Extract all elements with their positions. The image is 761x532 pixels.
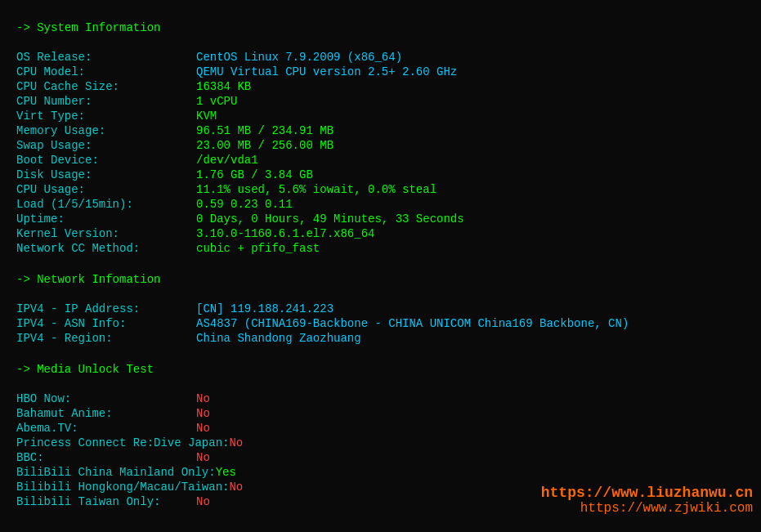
cpu-cache-label: CPU Cache Size:: [16, 80, 196, 93]
boot-device-label: Boot Device:: [16, 154, 196, 167]
system-section: -> System Information OS Release: CentOS…: [16, 21, 745, 255]
cpu-number-row: CPU Number: 1 vCPU: [16, 95, 745, 108]
network-cc-label: Network CC Method:: [16, 242, 196, 255]
load-value: 0.59 0.23 0.11: [196, 198, 293, 211]
uptime-value: 0 Days, 0 Hours, 49 Minutes, 33 Seconds: [196, 212, 464, 226]
kernel-row: Kernel Version: 3.10.0-1160.6.1.el7.x86_…: [16, 227, 745, 240]
cpu-usage-value: 11.1% used, 5.6% iowait, 0.0% steal: [196, 183, 436, 196]
bilibili-tw-value: No: [196, 495, 210, 508]
memory-usage-value: 96.51 MB / 234.91 MB: [196, 124, 333, 137]
cpu-number-value: 1 vCPU: [196, 95, 237, 108]
abema-value: No: [196, 422, 210, 435]
network-section: -> Network Infomation IPV4 - IP Address:…: [16, 273, 745, 345]
cpu-usage-label: CPU Usage:: [16, 183, 196, 196]
ipv4-asn-label: IPV4 - ASN Info:: [16, 317, 196, 330]
bbc-label: BBC:: [16, 451, 196, 464]
cpu-usage-row: CPU Usage: 11.1% used, 5.6% iowait, 0.0%…: [16, 183, 745, 196]
cpu-number-label: CPU Number:: [16, 95, 196, 108]
disk-usage-row: Disk Usage: 1.76 GB / 3.84 GB: [16, 168, 745, 181]
bahamut-row: Bahamut Anime: No: [16, 407, 745, 420]
watermark-line1: https://www.liuzhanwu.cn: [541, 485, 753, 501]
abema-label: Abema.TV:: [16, 422, 196, 435]
princess-value: No: [229, 436, 243, 449]
cpu-cache-value: 16384 KB: [196, 80, 251, 93]
bilibili-tw-label: Bilibili Taiwan Only:: [16, 495, 196, 508]
hbo-label: HBO Now:: [16, 392, 196, 405]
memory-usage-label: Memory Usage:: [16, 124, 196, 137]
cpu-cache-row: CPU Cache Size: 16384 KB: [16, 80, 745, 93]
swap-usage-label: Swap Usage:: [16, 139, 196, 152]
bbc-row: BBC: No: [16, 451, 745, 464]
abema-row: Abema.TV: No: [16, 422, 745, 435]
cpu-model-row: CPU Model: QEMU Virtual CPU version 2.5+…: [16, 65, 745, 78]
network-header: -> Network Infomation: [16, 273, 745, 286]
virt-type-row: Virt Type: KVM: [16, 110, 745, 123]
bilibili-hk-value: No: [229, 481, 243, 494]
ipv4-asn-value: AS4837 (CHINA169-Backbone - CHINA UNICOM…: [196, 317, 629, 330]
ipv4-asn-row: IPV4 - ASN Info: AS4837 (CHINA169-Backbo…: [16, 317, 745, 330]
bahamut-label: Bahamut Anime:: [16, 407, 196, 420]
swap-usage-row: Swap Usage: 23.00 MB / 256.00 MB: [16, 139, 745, 152]
watermark: https://www.liuzhanwu.cn https://www.zjw…: [541, 485, 753, 516]
ipv4-region-label: IPV4 - Region:: [16, 332, 196, 345]
virt-type-label: Virt Type:: [16, 110, 196, 123]
princess-label: Princess Connect Re:Dive Japan:: [16, 436, 229, 449]
ipv4-region-row: IPV4 - Region: China Shandong Zaozhuang: [16, 332, 745, 345]
load-label: Load (1/5/15min):: [16, 198, 196, 211]
network-cc-value: cubic + pfifo_fast: [196, 242, 320, 255]
disk-usage-value: 1.76 GB / 3.84 GB: [196, 168, 313, 181]
cpu-model-value: QEMU Virtual CPU version 2.5+ 2.60 GHz: [196, 65, 457, 78]
load-row: Load (1/5/15min): 0.59 0.23 0.11: [16, 198, 745, 211]
bilibili-cn-row: BiliBili China Mainland Only: Yes: [16, 466, 745, 479]
os-release-label: OS Release:: [16, 51, 196, 64]
hbo-row: HBO Now: No: [16, 392, 745, 405]
boot-device-row: Boot Device: /dev/vda1: [16, 154, 745, 167]
disk-usage-label: Disk Usage:: [16, 168, 196, 181]
ipv4-region-value: China Shandong Zaozhuang: [196, 332, 361, 345]
princess-row: Princess Connect Re:Dive Japan: No: [16, 436, 745, 449]
bbc-value: No: [196, 451, 210, 464]
system-header: -> System Information: [16, 21, 745, 34]
bilibili-cn-label: BiliBili China Mainland Only:: [16, 466, 216, 479]
os-release-value: CentOS Linux 7.9.2009 (x86_64): [196, 51, 402, 64]
os-release-row: OS Release: CentOS Linux 7.9.2009 (x86_6…: [16, 51, 745, 64]
uptime-row: Uptime: 0 Days, 0 Hours, 49 Minutes, 33 …: [16, 212, 745, 226]
ipv4-address-value: [CN] 119.188.241.223: [196, 302, 333, 315]
cpu-model-label: CPU Model:: [16, 65, 196, 78]
memory-usage-row: Memory Usage: 96.51 MB / 234.91 MB: [16, 124, 745, 137]
kernel-label: Kernel Version:: [16, 227, 196, 240]
uptime-label: Uptime:: [16, 212, 196, 226]
boot-device-value: /dev/vda1: [196, 154, 258, 167]
ipv4-address-row: IPV4 - IP Address: [CN] 119.188.241.223: [16, 302, 745, 315]
bilibili-hk-label: Bilibili Hongkong/Macau/Taiwan:: [16, 481, 229, 494]
network-cc-row: Network CC Method: cubic + pfifo_fast: [16, 242, 745, 255]
kernel-value: 3.10.0-1160.6.1.el7.x86_64: [196, 227, 374, 240]
watermark-line2: https://www.zjwiki.com: [541, 501, 753, 516]
hbo-value: No: [196, 392, 210, 405]
virt-type-value: KVM: [196, 110, 217, 123]
swap-usage-value: 23.00 MB / 256.00 MB: [196, 139, 333, 152]
ipv4-address-label: IPV4 - IP Address:: [16, 302, 196, 315]
media-header: -> Media Unlock Test: [16, 363, 745, 376]
bilibili-cn-value: Yes: [216, 466, 236, 479]
bahamut-value: No: [196, 407, 210, 420]
